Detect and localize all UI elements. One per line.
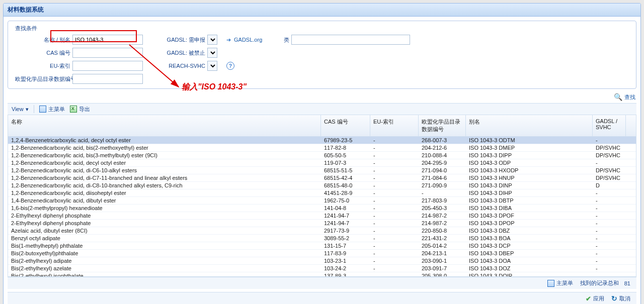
eucat-label: 欧盟化学品目录数据编号 xyxy=(15,75,70,83)
menu-icon xyxy=(547,280,554,287)
table-row[interactable]: 2-Ethylhexyl diphenyl phosphate1241-94-7… xyxy=(8,212,636,220)
eu-input[interactable] xyxy=(72,61,143,71)
menu-icon xyxy=(39,106,46,113)
search-icon[interactable]: 🔍 xyxy=(614,93,622,101)
export-button[interactable]: 导出 xyxy=(70,106,90,113)
table-row[interactable]: Bis(2-ethylhexyl) adipate103-23-1-203-09… xyxy=(8,257,636,265)
table-row[interactable]: 2-Ethylhexyl diphenyl phosphate1241-94-7… xyxy=(8,220,636,227)
search-area: 查找条件 名称 / 别名 CAS 编号 EU-索引 欧盟化学品目录数据编号 GA… xyxy=(4,21,640,103)
view-menu[interactable]: View ▾ xyxy=(12,106,29,113)
footer-menu-button[interactable]: 主菜单 xyxy=(547,279,573,287)
excel-icon xyxy=(70,106,77,113)
gadsl-prohibit-label: GADSL: 被禁止 xyxy=(163,49,205,57)
table-row[interactable]: 1,2-Benzenedicarboxylic acid, bis(2-meth… xyxy=(8,144,636,152)
gadsl-declare-label: GADSL: 需申报 xyxy=(163,36,205,44)
table-row[interactable]: Bis(2-ethylhexyl) azelate103-24-2-203-09… xyxy=(8,265,636,272)
apply-button[interactable]: ✔应用 xyxy=(586,295,604,302)
table-row[interactable]: 1,2-Benzenedicarboxylic acid, decyl octy… xyxy=(8,159,636,167)
app-window: 材料数据系统 查找条件 名称 / 别名 CAS 编号 EU-索引 欧盟化学品目录… xyxy=(3,3,641,304)
name-label: 名称 / 别名 xyxy=(15,36,70,44)
action-bar: ✔应用 ↻取消 xyxy=(8,292,636,304)
table-row[interactable]: Bis(1-methylheptyl) phthalate131-15-7-20… xyxy=(8,242,636,250)
search-panel: 查找条件 名称 / 别名 CAS 编号 EU-索引 欧盟化学品目录数据编号 GA… xyxy=(8,21,636,89)
col-eucat[interactable]: 欧盟化学品目录数据编号 xyxy=(419,115,466,136)
search-panel-title: 查找条件 xyxy=(13,25,39,32)
col-cas[interactable]: CAS 编号 xyxy=(321,115,370,136)
name-input[interactable] xyxy=(72,35,143,45)
reach-label: REACH-SVHC xyxy=(163,63,205,69)
results-grid: 名称 CAS 编号 EU-索引 欧盟化学品目录数据编号 别名 GADSL / S… xyxy=(8,115,636,277)
footer-bar: 主菜单 找到的记录总和 81 xyxy=(8,277,636,289)
class-select[interactable] xyxy=(291,35,410,45)
record-count: 找到的记录总和 81 xyxy=(580,279,630,287)
table-row[interactable]: 1,2-Benzenedicarboxylic acid, di-C8-10-b… xyxy=(8,182,636,189)
table-row[interactable]: 1,2,4-Benzenetricarboxylic acid, decyl o… xyxy=(8,137,636,144)
cas-label: CAS 编号 xyxy=(15,49,70,57)
grid-header: 名称 CAS 编号 EU-索引 欧盟化学品目录数据编号 别名 GADSL / S… xyxy=(8,115,636,137)
table-row[interactable]: 1,2-Benzenedicarboxylic acid, di-C6-10-a… xyxy=(8,167,636,174)
gadsl-prohibit-select[interactable] xyxy=(207,48,217,58)
refresh-icon: ↻ xyxy=(611,294,617,302)
cas-input[interactable] xyxy=(72,48,143,58)
table-row[interactable]: 1,4-Benzenedicarboxylic acid, dibutyl es… xyxy=(8,197,636,205)
chevron-down-icon: ▾ xyxy=(26,106,29,113)
check-icon: ✔ xyxy=(586,295,591,302)
col-name[interactable]: 名称 xyxy=(8,115,321,136)
window-title: 材料数据系统 xyxy=(4,4,640,17)
cancel-button[interactable]: ↻取消 xyxy=(611,294,630,302)
table-row[interactable]: 1,2-Benzenedicarboxylic acid, di-C7-11-b… xyxy=(8,174,636,182)
eucat-input[interactable] xyxy=(72,74,143,84)
table-row[interactable]: 1,2-Benzenedicarboxylic acid, bis(3-meth… xyxy=(8,152,636,159)
main-menu-button[interactable]: 主菜单 xyxy=(39,106,65,113)
toolbar: View ▾ 主菜单 导出 xyxy=(8,103,636,115)
separator xyxy=(34,105,34,113)
table-row[interactable]: 1,6-bis(2-methylpropyl) hexanedioate141-… xyxy=(8,205,636,212)
gadsl-link[interactable]: GADSL.org xyxy=(234,37,262,43)
class-label: 类 xyxy=(282,36,289,44)
gadsl-declare-select[interactable] xyxy=(207,35,217,45)
help-icon[interactable]: ? xyxy=(226,62,234,70)
table-row[interactable]: 1,2-Benzenedicarboxylic acid, diisohepty… xyxy=(8,189,636,197)
col-alias[interactable]: 别名 xyxy=(466,115,593,136)
grid-body[interactable]: 1,2,4-Benzenetricarboxylic acid, decyl o… xyxy=(8,137,636,277)
reach-select[interactable] xyxy=(207,61,217,71)
arrow-right-icon: ➔ xyxy=(226,37,231,43)
find-button[interactable]: 查找 xyxy=(624,93,635,101)
table-row[interactable]: Benzyl octyl adipate3089-55-2-221-431-2I… xyxy=(8,235,636,242)
table-row[interactable]: Azelaic acid, dibutyl ester (8CI)2917-73… xyxy=(8,227,636,235)
eu-label: EU-索引 xyxy=(15,62,70,70)
col-gadsl[interactable]: GADSL / SVHC xyxy=(593,115,626,136)
table-row[interactable]: Bis(2-butoxyethyl)phthalate117-83-9-204-… xyxy=(8,250,636,257)
col-eu[interactable]: EU-索引 xyxy=(370,115,419,136)
table-row[interactable]: Bis(2-ethylhexyl) isophthalate137-89-3-2… xyxy=(8,272,636,277)
